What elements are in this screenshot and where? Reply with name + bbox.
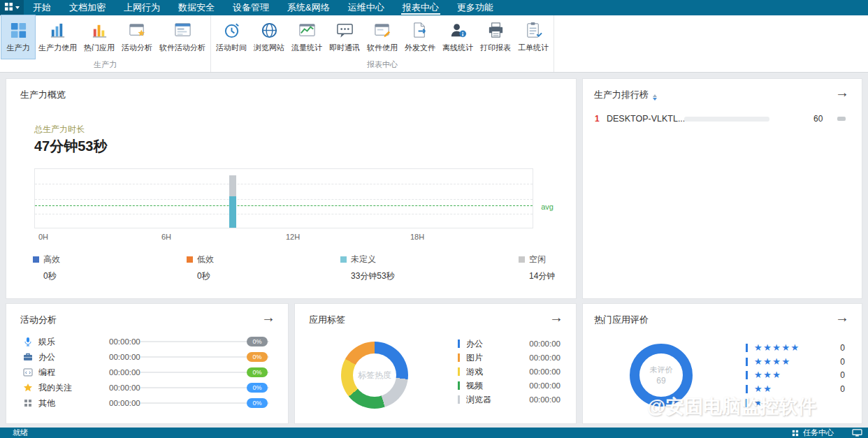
forward-arrow-icon[interactable]: →	[261, 309, 275, 326]
grid-icon	[23, 398, 33, 408]
ribbon-button-outgoing-files[interactable]: 外发文件	[401, 15, 439, 59]
ribbon-button-label: 软件活动分析	[159, 43, 205, 53]
legend-swatch	[746, 371, 748, 379]
computer-name: DESKTOP-VLKTL...	[607, 111, 685, 126]
ribbon-button-print-report[interactable]: 打印报表	[477, 15, 514, 59]
menu-item-report-center[interactable]: 报表中心	[393, 0, 448, 15]
list-item[interactable]: 办公 00:00:00 0%	[6, 350, 288, 364]
ribbon-button-label: 生产力	[7, 43, 30, 53]
bar-segment-idle	[229, 175, 236, 196]
legend-swatch	[746, 358, 748, 366]
activity-percent-badge: 0%	[247, 383, 268, 393]
briefcase-icon	[23, 352, 33, 362]
x-axis-tick: 12H	[286, 233, 300, 241]
x-axis-tick: 0H	[38, 233, 48, 241]
dashboard: 生产力概览 总生产力时长 47分钟53秒 avg 0H 6H 12H 18H 高…	[0, 73, 868, 428]
software-pencil-icon	[373, 20, 392, 40]
list-item: ★★★★★ 0	[583, 342, 862, 353]
legend-swatch	[33, 256, 39, 263]
code-window-icon	[23, 367, 33, 377]
activity-percent-badge: 0%	[247, 352, 268, 362]
ribbon-button-instant-messaging[interactable]: 即时通讯	[326, 15, 363, 59]
tag-time: 00:00:00	[529, 380, 560, 391]
list-item[interactable]: 娱乐 00:00:00 0%	[6, 335, 288, 349]
tag-label: 办公	[466, 338, 483, 349]
card-title: 活动分析	[20, 314, 57, 326]
menu-item-ops-center[interactable]: 运维中心	[339, 0, 393, 15]
menu-item-data-security[interactable]: 数据安全	[169, 0, 224, 15]
ribbon-button-activity-time[interactable]: 活动时间	[212, 15, 250, 59]
ribbon-button-label: 软件使用	[367, 43, 398, 53]
activity-percent-badge: 0%	[247, 367, 268, 377]
productivity-grid-icon	[9, 20, 28, 40]
ribbon-button-activity-analysis[interactable]: 活动分析	[118, 15, 156, 59]
rating-count: 0	[840, 342, 845, 353]
tag-label: 图片	[466, 352, 483, 363]
legend-label: 高效	[43, 254, 60, 265]
average-line	[35, 205, 533, 206]
forward-arrow-icon[interactable]: →	[549, 309, 563, 326]
average-line-label: avg	[541, 203, 554, 211]
ribbon-button-productivity-usage[interactable]: 生产力使用	[35, 15, 80, 59]
paw-icon	[624, 395, 644, 419]
list-item[interactable]: 其他 00:00:00 0%	[6, 396, 288, 410]
star-rating: ★★★★★	[754, 342, 800, 353]
globe-icon	[260, 20, 279, 40]
tag-label: 视频	[466, 380, 483, 391]
card-title: 应用标签	[309, 314, 345, 326]
menu-item-doc-encryption[interactable]: 文档加密	[60, 0, 115, 15]
tag-time: 00:00:00	[529, 352, 560, 363]
legend-value: 14分钟	[529, 270, 555, 282]
menu-item-start[interactable]: 开始	[24, 0, 60, 15]
ribbon-button-work-order-stats[interactable]: 工单统计	[514, 15, 552, 59]
clock-icon	[222, 20, 241, 40]
monitor-icon[interactable]	[852, 429, 862, 437]
ribbon-button-software-usage[interactable]: 软件使用	[363, 15, 401, 59]
printer-icon	[486, 20, 505, 40]
legend-swatch	[458, 381, 460, 390]
bar-segment-undefined	[229, 196, 236, 228]
gridline	[35, 184, 533, 184]
legend-item-undefined: 未定义 33分钟53秒	[340, 254, 395, 282]
forward-arrow-icon[interactable]: →	[835, 85, 849, 101]
status-ready-label: 就绪	[13, 428, 28, 438]
rating-count: 0	[840, 384, 845, 395]
forward-arrow-icon[interactable]: →	[835, 309, 849, 326]
tag-time: 00:00:00	[529, 394, 560, 405]
ribbon-group-label: 生产力	[1, 59, 209, 72]
ranking-progress-track	[684, 117, 769, 122]
status-bar: 就绪 任务中心	[0, 428, 868, 438]
x-axis-tick: 6H	[161, 233, 171, 241]
ranking-row[interactable]: 1 DESKTOP-VLKTL... 60	[583, 111, 862, 126]
legend-value: 33分钟53秒	[351, 270, 395, 282]
app-menu-button[interactable]	[0, 0, 24, 15]
activity-percent-badge: 0%	[247, 337, 268, 346]
legend-value: 0秒	[43, 270, 60, 282]
donut-center-label: 标签热度	[341, 342, 408, 409]
legend-swatch	[746, 344, 748, 352]
list-item: ★★ 0	[583, 384, 862, 395]
chat-bubble-icon	[335, 20, 354, 40]
ribbon-button-hot-apps[interactable]: 热门应用	[80, 15, 118, 59]
ranking-end-marker	[837, 117, 846, 121]
legend-label: 未定义	[351, 254, 376, 265]
ribbon-button-offline-stats[interactable]: 离线统计	[439, 15, 477, 59]
ribbon-button-browse-websites[interactable]: 浏览网站	[250, 15, 288, 59]
activity-category-label: 办公	[38, 350, 55, 364]
ribbon-button-label: 外发文件	[405, 43, 435, 53]
list-item[interactable]: 我的关注 00:00:00 0%	[6, 381, 288, 395]
ribbon-button-productivity[interactable]: 生产力	[1, 15, 35, 59]
star-rating: ★★★	[754, 370, 781, 381]
productivity-timeline-chart: avg	[34, 168, 533, 228]
menu-item-more-features[interactable]: 更多功能	[448, 0, 502, 15]
sort-icon[interactable]	[653, 94, 657, 101]
menu-item-device-management[interactable]: 设备管理	[224, 0, 278, 15]
list-item[interactable]: 编程 00:00:00 0%	[6, 365, 288, 379]
list-item: 浏览器 00:00:00	[295, 394, 576, 405]
ribbon-button-traffic-stats[interactable]: 流量统计	[288, 15, 326, 59]
menu-item-system-network[interactable]: 系统&网络	[278, 0, 339, 15]
menu-item-web-behavior[interactable]: 上网行为	[115, 0, 169, 15]
task-center-button[interactable]: 任务中心	[803, 428, 834, 438]
tag-time: 00:00:00	[529, 338, 560, 349]
ribbon-button-software-activity-analysis[interactable]: 软件活动分析	[156, 15, 209, 59]
